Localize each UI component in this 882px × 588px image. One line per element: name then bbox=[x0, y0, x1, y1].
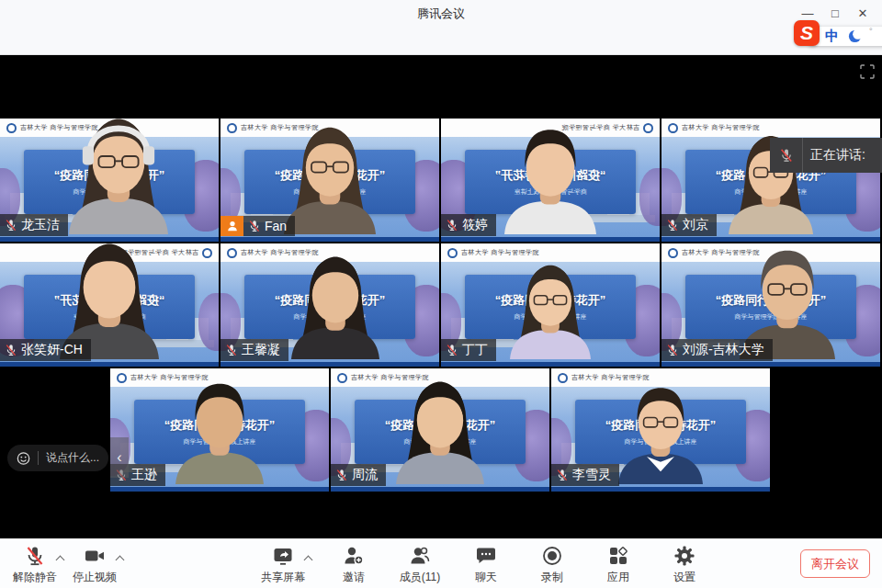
participant-name: 周流 bbox=[352, 467, 378, 483]
muted-mic-icon bbox=[5, 219, 17, 232]
stop-video-label: 停止视频 bbox=[73, 570, 117, 585]
muted-mic-icon bbox=[446, 219, 458, 232]
now-speaking-indicator: 正在讲话: bbox=[770, 138, 882, 173]
participant-name: 龙玉洁 bbox=[21, 217, 60, 233]
participant-video-figure bbox=[490, 258, 611, 359]
participant-video-figure bbox=[269, 249, 401, 359]
university-logo-icon bbox=[227, 248, 237, 258]
invite-icon bbox=[343, 544, 365, 568]
university-logo-icon bbox=[202, 248, 212, 258]
video-tile[interactable]: 吉林大学 商学与管理学院 “疫路同行 静待花开” 商学与管理学院 线上讲座 bbox=[220, 243, 439, 367]
close-button[interactable]: ✕ bbox=[849, 0, 876, 26]
unmute-button[interactable]: 解除静音 bbox=[11, 544, 59, 585]
video-tile[interactable]: 吉林大学 商学与管理学院 “疫路同行 静待花开” 商学与管理学院 线上讲座 bbox=[331, 368, 549, 492]
record-button[interactable]: 录制 bbox=[528, 544, 576, 585]
muted-mic-icon bbox=[770, 138, 803, 173]
settings-button[interactable]: 设置 bbox=[661, 544, 708, 585]
quick-chat-input[interactable]: 说点什么... bbox=[7, 445, 108, 471]
apps-label: 应用 bbox=[607, 570, 629, 585]
muted-mic-icon bbox=[556, 469, 569, 481]
participant-name: 筱婷 bbox=[462, 217, 488, 233]
divider bbox=[38, 451, 39, 465]
university-logo-icon bbox=[668, 248, 678, 258]
muted-mic-icon bbox=[5, 344, 17, 356]
participant-name-tag: 王馨凝 bbox=[220, 339, 288, 361]
muted-mic-icon bbox=[335, 469, 348, 481]
participant-name: 王馨凝 bbox=[242, 342, 280, 358]
participant-video-figure bbox=[481, 119, 619, 234]
participant-video-figure bbox=[153, 374, 286, 484]
participant-person bbox=[490, 258, 611, 363]
video-tile[interactable]: 吉林大学 商学与管理学院 “疫路同行 静待花开” 商学与管理学院 线上讲座 bbox=[220, 119, 439, 242]
muted-mic-icon bbox=[225, 344, 238, 356]
meeting-toolbar-top: 03:00 宫格视图 bbox=[0, 26, 882, 55]
maximize-button[interactable]: □ bbox=[821, 0, 849, 26]
settings-label: 设置 bbox=[673, 570, 695, 585]
share-screen-label: 共享屏幕 bbox=[261, 570, 305, 585]
video-tile[interactable]: 吉林大学 商学与管理学院 “疫路同行 静待花开” 商学与管理学院 线上讲座 bbox=[0, 119, 219, 242]
ime-language-toggle[interactable]: 中 bbox=[825, 28, 839, 45]
host-badge-icon bbox=[220, 216, 243, 236]
video-tile[interactable]: 吉林大学 商学与管理学院 “疫路同行 静待花开” 商学与管理学院 线上讲座 bbox=[0, 243, 219, 367]
university-logo-icon bbox=[558, 373, 568, 383]
unmute-label: 解除静音 bbox=[13, 570, 57, 585]
mic-muted-icon bbox=[24, 544, 46, 568]
window-title: 腾讯会议 bbox=[0, 6, 882, 22]
chat-placeholder: 说点什么... bbox=[46, 450, 99, 466]
video-control: 停止视频 bbox=[71, 544, 123, 585]
leave-meeting-button[interactable]: 离开会议 bbox=[800, 549, 870, 578]
participant-name-tag: 筱婷 bbox=[441, 214, 496, 236]
apps-button[interactable]: 应用 bbox=[594, 544, 642, 585]
video-tile[interactable]: 吉林大学 商学与管理学院 “疫路同行 静待花开” 商学与管理学院 线上讲座 bbox=[441, 243, 660, 367]
members-button[interactable]: 成员(11) bbox=[396, 544, 444, 585]
prev-page-arrow[interactable]: ‹ bbox=[110, 437, 129, 478]
chat-button[interactable]: 聊天 bbox=[462, 544, 510, 585]
participant-name: 王逊 bbox=[131, 467, 157, 483]
moon-icon[interactable] bbox=[848, 29, 862, 43]
audio-video-controls: 解除静音 停止视频 bbox=[11, 544, 123, 585]
video-tile[interactable]: 吉林大学 商学与管理学院 “疫路同行 静待花开” 商学与管理学院 线上讲座 bbox=[441, 119, 660, 242]
chat-label: 聊天 bbox=[475, 570, 497, 585]
ime-dot: ° bbox=[869, 27, 873, 36]
participant-name-tag: 张笑妍-CH bbox=[0, 339, 91, 361]
members-icon bbox=[409, 544, 431, 568]
participant-name-tag: 刘京 bbox=[662, 214, 717, 236]
now-speaking-label: 正在讲话: bbox=[810, 147, 865, 164]
participant-person bbox=[374, 374, 506, 488]
university-logo-icon bbox=[337, 373, 347, 383]
camera-icon bbox=[84, 544, 106, 568]
participant-name: 张笑妍-CH bbox=[21, 342, 83, 358]
video-grid: 吉林大学 商学与管理学院 “疫路同行 静待花开” 商学与管理学院 线上讲座 bbox=[0, 55, 882, 538]
share-screen-button[interactable]: 共享屏幕 bbox=[259, 544, 307, 585]
ime-statusbar[interactable]: S 中 ° bbox=[808, 27, 882, 46]
participant-name-tag: Fan bbox=[220, 216, 295, 236]
university-logo-icon bbox=[6, 123, 17, 133]
muted-mic-icon bbox=[248, 220, 261, 232]
ime-logo-icon[interactable]: S bbox=[794, 20, 820, 46]
participant-person bbox=[269, 249, 401, 363]
university-logo-icon bbox=[643, 123, 653, 133]
video-tile[interactable]: 吉林大学 商学与管理学院 “疫路同行 静待花开” 商学与管理学院 线上讲座 bbox=[662, 243, 880, 367]
emoji-icon[interactable] bbox=[17, 451, 30, 466]
invite-label: 邀请 bbox=[343, 570, 365, 585]
fullscreen-icon[interactable] bbox=[860, 64, 875, 79]
video-tile[interactable]: 吉林大学 商学与管理学院 “疫路同行 静待花开” 商学与管理学院 线上讲座 bbox=[110, 368, 329, 492]
apps-icon bbox=[607, 544, 629, 568]
record-icon bbox=[541, 544, 563, 568]
participant-name-tag: 周流 bbox=[331, 464, 386, 486]
meeting-controls-bar: 解除静音 停止视频 bbox=[0, 538, 882, 588]
participant-name: 刘源-吉林大学 bbox=[683, 342, 764, 358]
video-tile[interactable]: 吉林大学 商学与管理学院 “疫路同行 静待花开” 商学与管理学院 线上讲座 bbox=[551, 368, 770, 492]
university-logo-icon bbox=[117, 373, 127, 383]
stop-video-button[interactable]: 停止视频 bbox=[71, 544, 119, 585]
gear-icon bbox=[673, 544, 695, 568]
members-label: 成员(11) bbox=[400, 570, 440, 585]
participant-person bbox=[481, 119, 619, 238]
university-logo-icon bbox=[668, 123, 678, 133]
muted-mic-icon bbox=[446, 344, 458, 356]
unmute-control: 解除静音 bbox=[11, 544, 63, 585]
record-label: 录制 bbox=[541, 570, 563, 585]
participant-name-tag: 刘源-吉林大学 bbox=[662, 339, 773, 361]
invite-button[interactable]: 邀请 bbox=[330, 544, 378, 585]
chat-icon bbox=[475, 544, 497, 568]
